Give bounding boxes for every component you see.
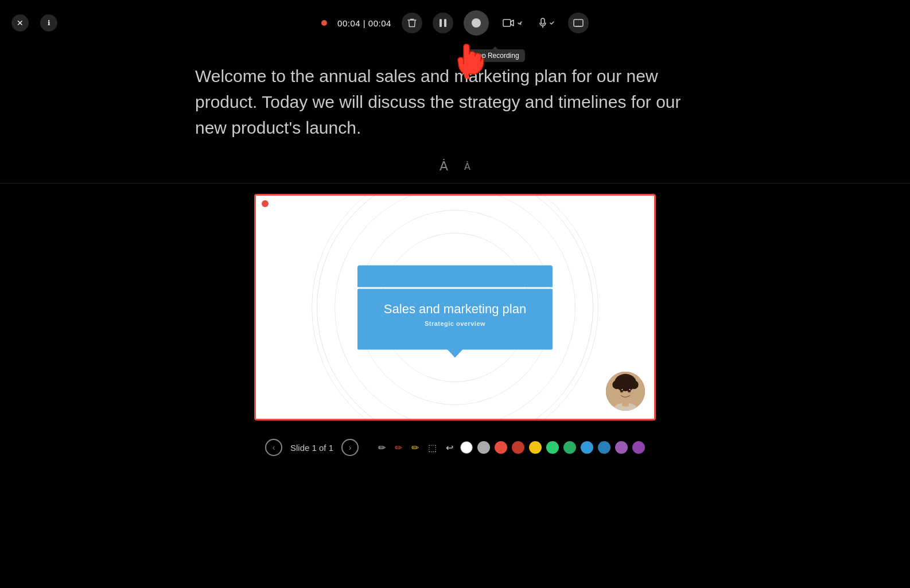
svg-rect-1 xyxy=(444,19,446,27)
screen-share-button[interactable] xyxy=(568,13,589,33)
color-dark-purple[interactable] xyxy=(632,441,645,454)
font-decrease-button[interactable]: Ȧ xyxy=(462,159,473,174)
divider xyxy=(0,183,910,184)
slide-preview: Sales and marketing plan Strategic overv… xyxy=(254,194,656,420)
svg-rect-5 xyxy=(574,20,583,26)
color-blue[interactable] xyxy=(581,441,593,454)
color-yellow[interactable] xyxy=(529,441,542,454)
svg-point-16 xyxy=(621,375,629,384)
slide-recording-dot xyxy=(262,200,269,207)
color-dark-red[interactable] xyxy=(512,441,524,454)
drawing-tools: ✏ ✏ ✏ ⬚ ↩ xyxy=(376,441,645,454)
font-size-controls: Ȧ Ȧ xyxy=(242,152,668,183)
color-dark-green[interactable] xyxy=(563,441,576,454)
camera-button[interactable] xyxy=(499,17,526,29)
info-button[interactable]: ℹ xyxy=(40,14,57,32)
slide-top-bar xyxy=(357,265,553,287)
color-gray[interactable] xyxy=(477,441,490,454)
font-increase-button[interactable]: Ȧ xyxy=(437,157,450,176)
color-dark-blue[interactable] xyxy=(598,441,610,454)
svg-rect-0 xyxy=(440,19,442,27)
svg-point-21 xyxy=(621,389,623,390)
toolbar: ✕ ℹ 00:04 | 00:04 Stop Recording xyxy=(0,0,910,46)
slide-title: Sales and marketing plan xyxy=(369,301,541,316)
arrow-tool[interactable]: ↩ xyxy=(444,441,456,454)
slide-main-box: Sales and marketing plan Strategic overv… xyxy=(357,289,553,349)
color-white[interactable] xyxy=(460,441,473,454)
notes-text: Welcome to the annual sales and marketin… xyxy=(0,46,910,152)
stop-recording-button[interactable] xyxy=(464,10,489,36)
color-red[interactable] xyxy=(495,441,507,454)
slide-controls: ‹ Slide 1 of 1 › ✏ ✏ ✏ ⬚ ↩ xyxy=(265,430,645,456)
slide-subtitle: Strategic overview xyxy=(369,320,541,326)
svg-point-22 xyxy=(629,389,631,390)
pen-tool[interactable]: ✏ xyxy=(376,441,388,454)
slide-navigation: ‹ Slide 1 of 1 › xyxy=(265,439,359,456)
svg-point-19 xyxy=(620,388,624,392)
svg-point-20 xyxy=(628,388,631,392)
eraser-tool[interactable]: ⬚ xyxy=(426,441,439,454)
main-content: Welcome to the annual sales and marketin… xyxy=(0,46,910,588)
svg-rect-2 xyxy=(503,20,511,26)
slide-counter: Slide 1 of 1 xyxy=(290,443,333,453)
color-purple[interactable] xyxy=(615,441,628,454)
toolbar-center: 00:04 | 00:04 Stop Recording xyxy=(321,10,589,36)
next-slide-button[interactable]: › xyxy=(341,439,359,456)
presenter-avatar xyxy=(605,371,646,412)
slide-background: Sales and marketing plan Strategic overv… xyxy=(256,196,654,419)
delete-button[interactable] xyxy=(402,13,422,33)
svg-rect-3 xyxy=(541,18,545,24)
pause-button[interactable] xyxy=(433,13,453,33)
color-green[interactable] xyxy=(546,441,559,454)
marker-tool[interactable]: ✏ xyxy=(392,441,405,454)
slide-content: Sales and marketing plan Strategic overv… xyxy=(357,265,553,349)
highlight-tool[interactable]: ✏ xyxy=(409,441,421,454)
recording-tooltip: Stop Recording xyxy=(466,49,525,62)
toolbar-left: ✕ ℹ xyxy=(11,14,57,32)
recording-indicator xyxy=(321,20,327,26)
mic-button[interactable] xyxy=(536,15,558,30)
prev-slide-button[interactable]: ‹ xyxy=(265,439,282,456)
close-button[interactable]: ✕ xyxy=(11,14,29,32)
timer-display: 00:04 | 00:04 xyxy=(337,18,391,28)
